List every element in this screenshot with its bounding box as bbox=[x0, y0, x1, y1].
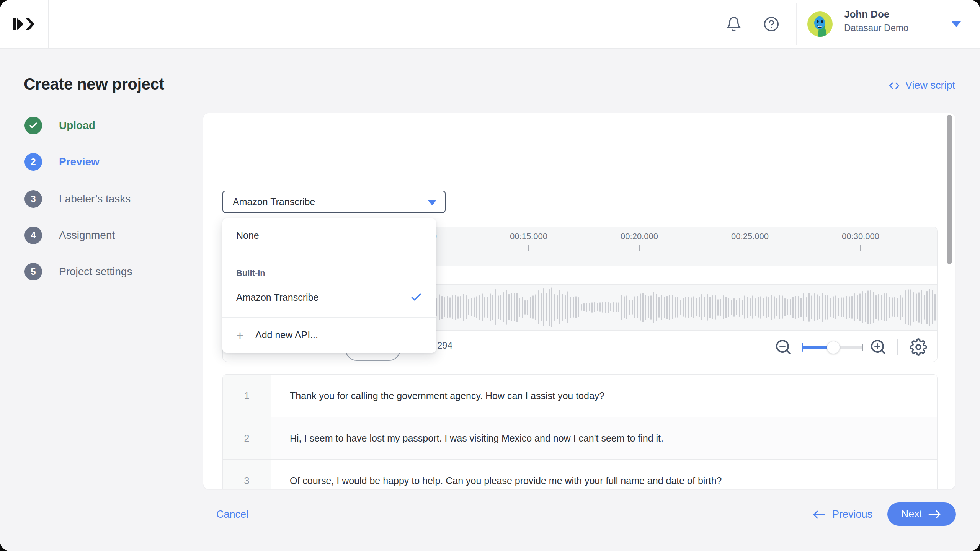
gear-icon bbox=[910, 338, 927, 356]
waveform-bar bbox=[650, 295, 652, 320]
waveform-bar bbox=[495, 289, 496, 325]
waveform-bar bbox=[514, 293, 515, 321]
row-text[interactable]: Hi, I seem to have lost my passport. I w… bbox=[271, 417, 937, 459]
step-labelers-tasks[interactable]: 3 Labeler’s tasks bbox=[24, 190, 131, 208]
waveform-bar bbox=[621, 295, 622, 320]
waveform-bar bbox=[449, 297, 451, 318]
waveform-bar bbox=[492, 295, 493, 320]
waveform-bar bbox=[457, 296, 459, 319]
waveform-bar bbox=[913, 292, 914, 322]
waveform-bar bbox=[546, 293, 547, 321]
waveform-bar bbox=[474, 297, 475, 317]
waveform-bar bbox=[626, 295, 627, 319]
waveform-bar bbox=[725, 297, 727, 318]
waveform-bar bbox=[658, 297, 660, 318]
asr-select-value: Amazon Transcribe bbox=[233, 196, 315, 207]
waveform-bar bbox=[835, 295, 836, 319]
row-text[interactable]: Of course, I would be happy to help. Can… bbox=[271, 460, 937, 489]
notifications-button[interactable] bbox=[726, 16, 742, 34]
step-done-check bbox=[24, 117, 42, 134]
player-settings-button[interactable] bbox=[910, 338, 927, 357]
step-number: 5 bbox=[24, 263, 42, 280]
datasaur-logo[interactable] bbox=[0, 0, 49, 48]
waveform-bar bbox=[683, 298, 684, 317]
waveform-bar bbox=[825, 295, 826, 320]
zoom-slider-handle[interactable] bbox=[827, 341, 840, 354]
cancel-button[interactable]: Cancel bbox=[216, 509, 248, 520]
waveform-bar bbox=[452, 295, 453, 319]
waveform-bar bbox=[538, 290, 539, 324]
step-preview[interactable]: 2 Preview bbox=[24, 153, 100, 171]
waveform-bar bbox=[605, 302, 606, 313]
previous-button[interactable]: Previous bbox=[812, 509, 872, 520]
waveform-bar bbox=[524, 300, 526, 315]
avatar[interactable] bbox=[807, 11, 833, 38]
waveform-bar bbox=[744, 295, 745, 319]
waveform-bar bbox=[616, 302, 617, 312]
zoom-out-button[interactable] bbox=[774, 338, 792, 358]
waveform-bar bbox=[859, 293, 861, 321]
waveform-bar bbox=[583, 303, 585, 311]
waveform-bar bbox=[870, 290, 871, 324]
step-number: 4 bbox=[24, 227, 42, 244]
card-scrollbar[interactable] bbox=[947, 115, 952, 264]
zoom-in-button[interactable] bbox=[869, 338, 887, 358]
waveform-bar bbox=[857, 295, 858, 319]
waveform-bar bbox=[549, 289, 550, 326]
row-text[interactable]: Thank you for calling the government age… bbox=[271, 375, 937, 417]
waveform-bar bbox=[436, 298, 437, 316]
dropdown-add-new-api[interactable]: Add new API... bbox=[255, 329, 318, 341]
dropdown-option-none[interactable]: None bbox=[236, 230, 259, 241]
waveform-bar bbox=[511, 293, 512, 321]
step-number: 2 bbox=[24, 153, 42, 171]
view-script-link[interactable]: View script bbox=[888, 80, 955, 91]
dropdown-divider bbox=[222, 254, 436, 254]
step-upload[interactable]: Upload bbox=[24, 117, 95, 134]
waveform-bar bbox=[875, 295, 877, 319]
waveform-bar bbox=[696, 298, 697, 316]
zoom-slider-max-tick bbox=[862, 344, 863, 351]
account-menu-caret-icon[interactable] bbox=[952, 21, 961, 27]
waveform-bar bbox=[532, 295, 534, 319]
table-row[interactable]: 2 Hi, I seem to have lost my passport. I… bbox=[223, 417, 937, 460]
dropdown-option-amazon-transcribe[interactable]: Amazon Transcribe bbox=[236, 292, 318, 303]
waveform-bar bbox=[723, 295, 724, 319]
waveform-bar bbox=[720, 299, 721, 316]
waveform-bar bbox=[570, 297, 571, 318]
waveform-bar bbox=[894, 297, 895, 317]
waveform-bar bbox=[910, 289, 911, 326]
waveform-bar bbox=[466, 295, 467, 319]
waveform-bar bbox=[774, 296, 775, 319]
waveform-bar bbox=[808, 293, 810, 322]
zoom-in-icon bbox=[869, 338, 887, 356]
help-button[interactable] bbox=[763, 16, 779, 34]
user-info[interactable]: John Doe Datasaur Demo bbox=[844, 8, 908, 33]
dropdown-divider bbox=[222, 317, 436, 318]
waveform-bar bbox=[578, 297, 579, 317]
step-project-settings[interactable]: 5 Project settings bbox=[24, 263, 132, 280]
waveform-bar bbox=[591, 302, 593, 313]
table-row[interactable]: 1 Thank you for calling the government a… bbox=[223, 375, 937, 417]
waveform-bar bbox=[900, 295, 901, 320]
waveform-bar bbox=[640, 293, 641, 321]
waveform-bar bbox=[669, 295, 670, 320]
waveform-bar bbox=[447, 296, 448, 318]
row-number: 3 bbox=[223, 460, 271, 489]
next-button[interactable]: Next bbox=[887, 502, 956, 526]
step-assignment[interactable]: 4 Assignment bbox=[24, 227, 115, 244]
waveform-bar bbox=[803, 293, 804, 321]
waveform-bar bbox=[439, 294, 440, 320]
table-row[interactable]: 3 Of course, I would be happy to help. C… bbox=[223, 460, 937, 489]
asr-method-select[interactable]: Amazon Transcribe bbox=[222, 191, 446, 213]
arrow-left-icon bbox=[812, 509, 826, 520]
waveform-bar bbox=[833, 296, 834, 318]
waveform-bar bbox=[573, 297, 574, 318]
waveform-bar bbox=[731, 300, 732, 315]
waveform-bar bbox=[739, 298, 740, 317]
waveform-bar bbox=[693, 296, 694, 318]
waveform-bar bbox=[854, 293, 855, 321]
waveform-bar bbox=[814, 293, 815, 321]
waveform-bar bbox=[530, 297, 531, 318]
waveform-bar bbox=[817, 294, 818, 320]
waveform-bar bbox=[849, 296, 850, 318]
